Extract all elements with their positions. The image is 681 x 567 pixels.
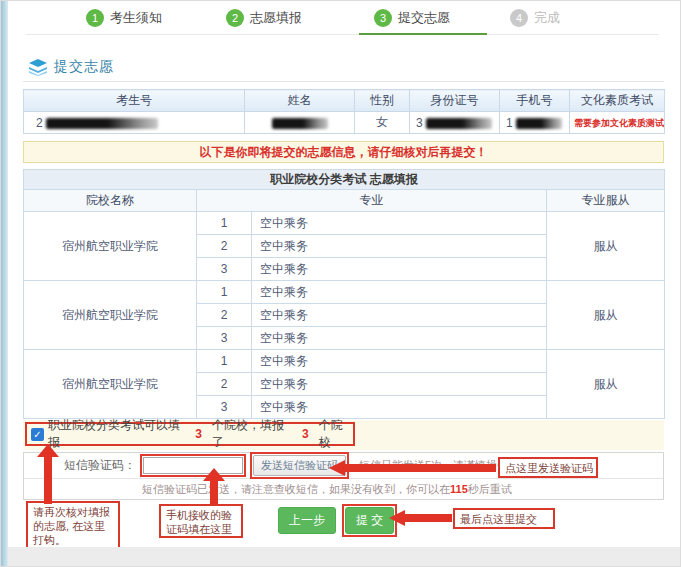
- confirm-text: 职业院校分类考试可以填报: [48, 417, 185, 451]
- major-name: 空中乘务: [252, 235, 547, 258]
- obey-flag: 服从: [547, 350, 665, 419]
- sms-input-highlight: [140, 454, 246, 477]
- name-cell: [245, 112, 355, 134]
- table-row: 宿州航空职业学院 1 空中乘务 服从: [24, 212, 665, 235]
- major-name: 空中乘务: [252, 396, 547, 419]
- check-icon: ✓: [33, 429, 41, 440]
- footer-strip: [8, 547, 681, 567]
- candidate-header-row: 考生号 姓名 性别 身份证号 手机号 文化素质考试: [24, 90, 665, 112]
- submit-button[interactable]: 提 交: [345, 507, 394, 534]
- step-item-notice[interactable]: 1 考生须知: [86, 9, 162, 27]
- tip-final-submit-box: 最后点这里提交: [453, 508, 555, 529]
- redacted-value: [516, 118, 562, 129]
- left-edge-strip: [1, 1, 8, 567]
- phone-cell: 1: [500, 112, 570, 134]
- major-no: 2: [197, 373, 252, 396]
- school-name: 宿州航空职业学院: [24, 281, 197, 350]
- step-number-badge: 1: [86, 9, 104, 27]
- major-name: 空中乘务: [252, 327, 547, 350]
- previous-step-button[interactable]: 上一步: [278, 507, 336, 534]
- step-item-fill[interactable]: 2 志愿填报: [226, 9, 302, 27]
- major-name: 空中乘务: [252, 258, 547, 281]
- step-number-badge: 2: [226, 9, 244, 27]
- obey-flag: 服从: [547, 281, 665, 350]
- sms-code-label: 短信验证码：: [24, 457, 136, 474]
- obey-flag: 服从: [547, 212, 665, 281]
- arrow-left-to-send-button: [345, 464, 496, 472]
- col-header: 考生号: [24, 90, 245, 112]
- culture-exam-cell: 需要参加文化素质测试: [570, 112, 665, 134]
- major-no: 3: [197, 396, 252, 419]
- sms-code-input[interactable]: [143, 457, 243, 474]
- countdown-seconds: 115: [450, 483, 468, 495]
- volunteer-header-row: 院校名称 专业 专业服从: [24, 190, 665, 212]
- major-no: 3: [197, 327, 252, 350]
- step-label: 完成: [534, 9, 560, 27]
- review-notice-banner: 以下是你即将提交的志愿信息，请仔细核对后再提交！: [23, 141, 664, 163]
- layers-icon: [29, 59, 47, 76]
- step-item-submit[interactable]: 3 提交志愿: [374, 9, 450, 27]
- school-name: 宿州航空职业学院: [24, 212, 197, 281]
- page-title: 提交志愿: [54, 58, 114, 76]
- col-header: 手机号: [500, 90, 570, 112]
- allowed-count: 3: [195, 427, 202, 441]
- step-item-done: 4 完成: [510, 9, 560, 27]
- major-no: 1: [197, 281, 252, 304]
- arrowhead-up-icon: [37, 444, 59, 457]
- major-no: 1: [197, 350, 252, 373]
- major-no: 3: [197, 258, 252, 281]
- sms-sent-message: 短信验证码已发送，请注意查收短信，如果没有收到，你可以在115秒后重试: [24, 479, 663, 499]
- confirm-text: 个院校，填报了: [212, 417, 292, 451]
- major-no: 2: [197, 235, 252, 258]
- school-name: 宿州航空职业学院: [24, 350, 197, 419]
- col-header: 专业服从: [547, 190, 665, 212]
- arrowhead-left-icon: [389, 510, 405, 526]
- step-number-badge: 3: [374, 9, 392, 27]
- col-header: 专业: [197, 190, 547, 212]
- filled-count: 3: [302, 427, 309, 441]
- arrowhead-left-icon: [329, 460, 345, 476]
- volunteer-table-title: 职业院校分类考试 志愿填报: [24, 170, 665, 190]
- tip-send-code-box: 点这里发送验证码: [498, 457, 598, 478]
- exam-number-cell: 2: [24, 112, 245, 134]
- major-no: 2: [197, 304, 252, 327]
- col-header: 姓名: [245, 90, 355, 112]
- confirm-row: ✓ 职业院校分类考试可以填报 3 个院校，填报了 3 个院校: [23, 420, 664, 450]
- step-label: 志愿填报: [250, 9, 302, 27]
- confirm-checkbox[interactable]: ✓: [31, 428, 44, 441]
- col-header: 身份证号: [410, 90, 500, 112]
- active-step-underline: [359, 33, 487, 35]
- arrow-up-to-checkbox: [44, 456, 52, 504]
- step-label: 考生须知: [110, 9, 162, 27]
- steps-divider: [26, 34, 659, 35]
- col-header: 性别: [355, 90, 410, 112]
- gender-cell: 女: [355, 112, 410, 134]
- col-header: 院校名称: [24, 190, 197, 212]
- major-name: 空中乘务: [252, 304, 547, 327]
- culture-exam-status: 需要参加文化素质测试: [574, 118, 664, 128]
- redacted-value: [46, 118, 158, 129]
- step-label: 提交志愿: [398, 9, 450, 27]
- id-number-cell: 3: [410, 112, 500, 134]
- candidate-table: 考生号 姓名 性别 身份证号 手机号 文化素质考试 2 女 3 1: [23, 89, 665, 134]
- major-name: 空中乘务: [252, 373, 547, 396]
- volunteer-table: 职业院校分类考试 志愿填报 院校名称 专业 专业服从 宿州航空职业学院 1 空中…: [23, 169, 665, 419]
- step-number-badge: 4: [510, 9, 528, 27]
- candidate-data-row: 2 女 3 1 需要参加文化素质测试: [24, 112, 665, 134]
- major-no: 1: [197, 212, 252, 235]
- confirm-highlight-box: ✓ 职业院校分类考试可以填报 3 个院校，填报了 3 个院校: [25, 422, 355, 446]
- title-divider: [23, 81, 664, 82]
- tip-recheck-box: 请再次核对填报的志愿, 在这里打钩。: [26, 501, 120, 549]
- tip-enter-code-box: 手机接收的验证码填在这里: [159, 504, 243, 538]
- confirm-text: 个院校: [319, 417, 353, 451]
- major-name: 空中乘务: [252, 212, 547, 235]
- major-name: 空中乘务: [252, 350, 547, 373]
- submit-volunteer-page: 1 考生须知 2 志愿填报 3 提交志愿 4 完成 提交志愿 考生号 姓名: [0, 0, 681, 567]
- major-name: 空中乘务: [252, 281, 547, 304]
- redacted-value: [272, 118, 328, 129]
- col-header: 文化素质考试: [570, 90, 665, 112]
- redacted-value: [426, 118, 492, 129]
- table-row: 宿州航空职业学院 1 空中乘务 服从: [24, 350, 665, 373]
- table-row: 宿州航空职业学院 1 空中乘务 服从: [24, 281, 665, 304]
- arrow-up-to-input: [210, 480, 218, 505]
